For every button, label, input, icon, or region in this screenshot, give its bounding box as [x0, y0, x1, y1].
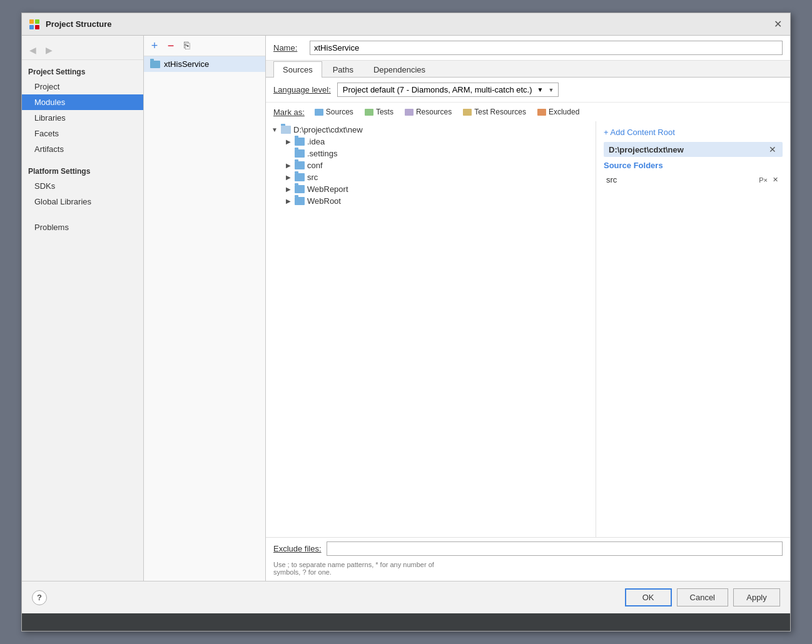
idea-toggle[interactable]: ▶: [285, 138, 292, 146]
conf-name: conf: [307, 161, 323, 170]
nav-arrows: ◀ ▶: [22, 41, 143, 60]
module-list: + − ⎘ xtHisService: [144, 36, 266, 581]
settings-folder-icon: [295, 149, 305, 158]
content-root-item: D:\project\cdxt\new ✕: [604, 142, 783, 157]
exclude-section: Exclude files: Use ; to separate name pa…: [266, 537, 790, 581]
src-toggle[interactable]: ▶: [285, 174, 292, 181]
tab-content-sources: Language level: Project default (7 - Dia…: [266, 78, 790, 581]
idea-folder-icon: [295, 138, 305, 146]
title-bar: Project Structure ✕: [22, 13, 790, 36]
module-folder-icon: [150, 61, 160, 68]
sidebar-item-artifacts[interactable]: Artifacts: [22, 141, 143, 157]
source-folders-label: Source Folders: [604, 161, 783, 170]
source-folder-remove-button[interactable]: ✕: [771, 175, 780, 184]
language-select-wrapper[interactable]: Project default (7 - Diamonds, ARM, mult…: [337, 83, 559, 97]
sidebar-item-problems[interactable]: Problems: [22, 219, 143, 235]
language-select-display[interactable]: Project default (7 - Diamonds, ARM, mult…: [337, 83, 559, 97]
svg-rect-2: [29, 25, 34, 29]
root-toggle[interactable]: ▼: [271, 126, 278, 134]
sources-folder-icon: [315, 109, 323, 116]
source-folder-src: src P× ✕: [604, 174, 783, 186]
root-folder-icon: [281, 126, 291, 134]
language-dropdown-arrow: ▼: [537, 86, 544, 93]
webroot-toggle[interactable]: ▶: [285, 198, 292, 205]
tree-panel: ▼ D:\project\cdxt\new ▶ .idea: [266, 121, 596, 537]
root-path: D:\project\cdxt\new: [293, 125, 363, 134]
forward-button[interactable]: ▶: [42, 43, 56, 57]
tab-paths[interactable]: Paths: [323, 61, 363, 78]
platform-settings-section: Platform Settings: [22, 164, 143, 178]
mark-tests-button[interactable]: Tests: [361, 106, 397, 118]
module-name: xtHisService: [164, 59, 209, 69]
svg-rect-3: [35, 25, 39, 29]
sidebar-item-facets[interactable]: Facets: [22, 126, 143, 141]
apply-button[interactable]: Apply: [733, 588, 780, 606]
webreport-toggle[interactable]: ▶: [285, 186, 292, 193]
conf-toggle[interactable]: ▶: [285, 162, 292, 169]
excluded-folder-icon: [537, 109, 546, 116]
language-level-label: Language level:: [273, 85, 331, 94]
status-bar: [22, 613, 790, 631]
help-button[interactable]: ?: [32, 590, 47, 605]
tree-item-src[interactable]: ▶ src: [266, 171, 596, 183]
mark-test-resources-button[interactable]: Test Resources: [459, 106, 530, 118]
ok-button[interactable]: OK: [625, 588, 672, 606]
cancel-button[interactable]: Cancel: [677, 588, 728, 606]
tree-item-conf[interactable]: ▶ conf: [266, 159, 596, 171]
sidebar: ◀ ▶ Project Settings Project Modules Lib…: [22, 36, 144, 581]
dialog-footer: ? OK Cancel Apply: [22, 581, 790, 613]
mark-as-label: Mark as:: [273, 108, 305, 117]
remove-module-button[interactable]: −: [164, 39, 178, 53]
tree-item-webroot[interactable]: ▶ WebRoot: [266, 195, 596, 207]
idea-name: .idea: [307, 137, 325, 146]
name-input[interactable]: [310, 41, 783, 55]
resources-folder-icon: [405, 109, 414, 116]
sidebar-item-global-libraries[interactable]: Global Libraries: [22, 194, 143, 209]
exclude-row: Exclude files:: [266, 537, 790, 560]
close-button[interactable]: ✕: [771, 18, 784, 31]
add-module-button[interactable]: +: [148, 39, 161, 53]
exclude-hint: Use ; to separate name patterns, * for a…: [266, 560, 790, 581]
copy-module-button[interactable]: ⎘: [180, 39, 194, 53]
sidebar-item-sdks[interactable]: SDKs: [22, 178, 143, 194]
webroot-folder-icon: [295, 197, 305, 205]
back-button[interactable]: ◀: [26, 43, 39, 57]
mark-as-row: Mark as: Sources Tests Resources: [266, 103, 790, 121]
tree-item-idea[interactable]: ▶ .idea: [266, 136, 596, 148]
sidebar-item-modules[interactable]: Modules: [22, 94, 143, 110]
sidebar-item-project[interactable]: Project: [22, 79, 143, 94]
source-folder-edit-button[interactable]: P×: [757, 176, 769, 184]
add-content-root-button[interactable]: + Add Content Root: [604, 126, 783, 138]
module-item-xtHisService[interactable]: xtHisService: [144, 56, 265, 72]
split-panel: ▼ D:\project\cdxt\new ▶ .idea: [266, 121, 790, 537]
mark-sources-button[interactable]: Sources: [311, 106, 357, 118]
project-structure-dialog: Project Structure ✕ ◀ ▶ Project Settings…: [21, 13, 791, 631]
tab-dependencies[interactable]: Dependencies: [364, 61, 435, 78]
mark-resources-button[interactable]: Resources: [401, 106, 455, 118]
webreport-folder-icon: [295, 185, 305, 193]
src-name: src: [307, 173, 318, 182]
exclude-files-input[interactable]: [327, 541, 783, 556]
tree-item-webreport[interactable]: ▶ WebReport: [266, 183, 596, 195]
name-label: Name:: [273, 43, 305, 53]
webreport-name: WebReport: [307, 184, 348, 194]
right-info-panel: + Add Content Root D:\project\cdxt\new ✕…: [596, 121, 790, 537]
name-row: Name:: [266, 36, 790, 61]
svg-rect-0: [29, 19, 34, 24]
tabs-row: Sources Paths Dependencies: [266, 61, 790, 78]
language-level-row: Language level: Project default (7 - Dia…: [266, 78, 790, 103]
content-root-close-button[interactable]: ✕: [768, 144, 778, 154]
tree-root[interactable]: ▼ D:\project\cdxt\new: [266, 124, 596, 136]
dialog-title: Project Structure: [46, 19, 111, 29]
module-toolbar: + − ⎘: [144, 36, 265, 56]
src-folder-icon: [295, 173, 305, 181]
mark-excluded-button[interactable]: Excluded: [534, 106, 583, 118]
project-settings-section: Project Settings: [22, 65, 143, 79]
tree-item-settings[interactable]: .settings: [266, 148, 596, 159]
dialog-body: ◀ ▶ Project Settings Project Modules Lib…: [22, 36, 790, 581]
svg-rect-1: [35, 19, 39, 24]
tab-sources[interactable]: Sources: [273, 61, 322, 78]
exclude-files-label: Exclude files:: [273, 544, 322, 553]
sidebar-item-libraries[interactable]: Libraries: [22, 110, 143, 126]
settings-name: .settings: [307, 149, 337, 158]
